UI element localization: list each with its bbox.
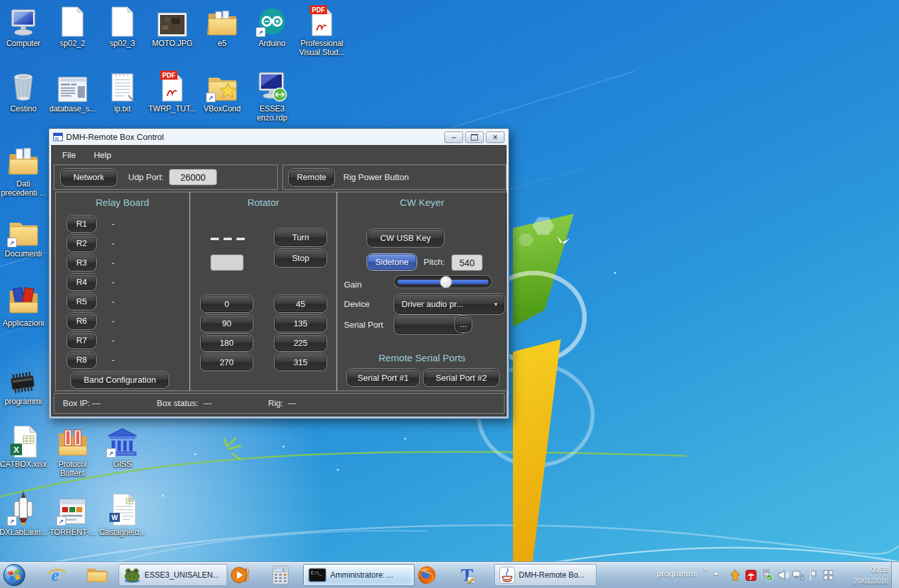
- desktop-icon-computer[interactable]: Computer: [0, 3, 48, 48]
- relay-button-r7[interactable]: R7: [67, 332, 96, 348]
- preset-135-button[interactable]: 135: [275, 315, 326, 332]
- svg-text:e: e: [51, 565, 59, 585]
- desktop-icon-cestino[interactable]: Cestino: [0, 69, 48, 113]
- relay-button-r6[interactable]: R6: [67, 313, 96, 329]
- firefox-taskbar-item[interactable]: [416, 565, 438, 585]
- desktop-icon-vboxcond[interactable]: ↗ VBoxCond: [198, 69, 247, 113]
- explorer-taskbar-item[interactable]: [86, 565, 108, 585]
- gain-slider-thumb[interactable]: [440, 276, 452, 288]
- shortcut-arrow-icon: ↗: [256, 27, 266, 37]
- menu-help[interactable]: Help: [86, 148, 119, 163]
- desktop-icon-label: Documenti: [0, 249, 48, 258]
- taskbar-task-dmh-remote[interactable]: DMH-Remote Bo...: [494, 564, 597, 586]
- preset-180-button[interactable]: 180: [201, 334, 253, 351]
- desktop-icon-professional-visual-stud[interactable]: PDF Professional Visual Stud...: [297, 3, 347, 57]
- minimize-button[interactable]: –: [444, 131, 463, 143]
- internet-explorer-taskbar-item[interactable]: e: [45, 565, 67, 585]
- tray-network-icon[interactable]: [792, 569, 804, 581]
- textpad-taskbar-item[interactable]: T: [456, 565, 478, 585]
- rotator-heading-input[interactable]: [211, 254, 244, 271]
- maximize-button[interactable]: [465, 131, 484, 143]
- close-button[interactable]: ×: [486, 131, 505, 143]
- svg-text:PDF: PDF: [312, 6, 325, 14]
- serial-port-browse-button[interactable]: ...: [455, 316, 472, 332]
- desktop-icon-applicazioni[interactable]: Applicazioni: [0, 283, 48, 328]
- relay-button-r3[interactable]: R3: [67, 254, 96, 271]
- desktop-icon-label: programmi: [0, 397, 48, 406]
- firefox-icon: [417, 565, 437, 585]
- device-dropdown[interactable]: Driver audio pr... ▾: [394, 294, 505, 314]
- desktop-icon-label: CATBOX.xlsx: [0, 460, 48, 469]
- taskbar-clock[interactable]: 09:38 20/01/2016: [853, 565, 889, 586]
- preset-0-button[interactable]: 0: [201, 295, 253, 312]
- turn-button[interactable]: Turn: [275, 229, 326, 246]
- rotator-title: Rotator: [190, 197, 336, 208]
- serial-port-2-button[interactable]: Serial Port #2: [424, 369, 499, 386]
- desktop-icon-sp02_3[interactable]: sp02_3: [98, 3, 147, 48]
- relay-button-r8[interactable]: R8: [67, 352, 96, 368]
- taskbar-task-esse3[interactable]: ESSE3_UNISALEN...: [119, 564, 227, 586]
- desktop-icon-dxlablaun[interactable]: ↗ DXLabLaun...: [0, 492, 48, 537]
- butterfly-icon: [554, 234, 571, 249]
- desktop-icon-programmi[interactable]: programmi: [0, 361, 48, 406]
- remote-button[interactable]: Remote: [289, 169, 334, 186]
- folder-files-icon: [8, 148, 39, 177]
- tray-upload-icon[interactable]: [729, 569, 741, 581]
- desktop-icon-protocol-buffers[interactable]: Protocol Buffers: [48, 424, 97, 478]
- relay-board-group: Relay Board R1- R2- R3- R4- R5- R6- R7- …: [55, 192, 190, 391]
- relay-button-r5[interactable]: R5: [67, 293, 96, 310]
- relay-state: -: [111, 297, 115, 307]
- serial-port-1-button[interactable]: Serial Port #1: [347, 369, 419, 386]
- preset-90-button[interactable]: 90: [201, 315, 253, 332]
- desktop-icon-label: ip.txt: [98, 104, 147, 113]
- calculator-taskbar-item[interactable]: 0: [269, 565, 291, 585]
- chevron-down-icon: ▾: [494, 300, 497, 308]
- taskbar-toolbar-programmi[interactable]: programmi: [657, 569, 697, 578]
- network-button[interactable]: Network: [61, 169, 117, 186]
- desktop-icon-documenti[interactable]: ↗ Documenti: [0, 214, 48, 258]
- menu-file[interactable]: File: [54, 148, 84, 163]
- tray-windows-update-icon[interactable]: [823, 569, 834, 581]
- preset-315-button[interactable]: 315: [275, 354, 326, 370]
- desktop-icon-torrent[interactable]: ↗ TORRENT-...: [48, 492, 97, 537]
- desktop-icon-e5[interactable]: e5: [198, 3, 247, 48]
- pitch-field[interactable]: 540: [451, 254, 483, 271]
- show-hidden-icons-button[interactable]: ▴: [714, 569, 718, 576]
- preset-270-button[interactable]: 270: [201, 354, 253, 370]
- taskbar-task-amministratore[interactable]: C:\_ Amministratore: ...: [303, 564, 415, 586]
- desktop-icon-giss[interactable]: ↗ GISS: [98, 424, 147, 469]
- serial-port-dropdown[interactable]: ▾: [394, 315, 465, 334]
- desktop-icon-esse3-rdp[interactable]: ESSE3 enzo.rdp: [247, 69, 297, 122]
- desktop-icon-dati-precedenti[interactable]: Dati precedenti ...: [0, 144, 48, 198]
- udp-port-field[interactable]: 26000: [169, 169, 217, 185]
- relay-button-r2[interactable]: R2: [67, 235, 96, 251]
- tray-usb-icon[interactable]: [761, 569, 773, 581]
- sidetone-button[interactable]: Sidetone: [367, 254, 416, 270]
- desktop-icon-ip-txt[interactable]: ip.txt: [98, 69, 147, 113]
- desktop-icon-database-s[interactable]: database_s...: [48, 69, 97, 113]
- tray-avira-icon[interactable]: [745, 569, 757, 581]
- desktop-icon-arduino[interactable]: ↗ Arduino: [247, 3, 297, 48]
- sparkle: [162, 495, 164, 497]
- desktop-icon-twrp-tut[interactable]: PDF TWRP_TUT...: [148, 69, 197, 113]
- relay-button-r1[interactable]: R1: [67, 216, 96, 232]
- preset-45-button[interactable]: 45: [275, 295, 326, 312]
- desktop-icon-catbox-xlsx[interactable]: X CATBOX.xlsx: [0, 424, 48, 469]
- relay-button-r4[interactable]: R4: [67, 274, 96, 290]
- desktop-icon-castagne-doc[interactable]: W Castagne.d...: [98, 492, 147, 537]
- band-configuration-button[interactable]: Band Configuration: [71, 372, 168, 388]
- desktop-icon-moto-jpg[interactable]: MOTO.JPG: [148, 3, 197, 48]
- show-desktop-button[interactable]: [891, 562, 899, 588]
- gain-slider[interactable]: [394, 276, 492, 288]
- preset-225-button[interactable]: 225: [275, 334, 326, 351]
- stop-button[interactable]: Stop: [275, 249, 326, 267]
- desktop-icon-sp02_2[interactable]: sp02_2: [48, 3, 97, 48]
- desktop-icon-label: Professional Visual Stud...: [297, 39, 347, 57]
- window-titlebar[interactable]: DMH-Remote Box Control – ×: [51, 129, 506, 145]
- start-button[interactable]: [3, 563, 26, 587]
- toolbar-chevron-icon[interactable]: »: [703, 564, 708, 573]
- media-player-taskbar-item[interactable]: [229, 565, 251, 585]
- cw-usb-key-button[interactable]: CW USB Key: [367, 229, 444, 247]
- tray-volume-icon[interactable]: [777, 569, 789, 581]
- tray-action-center-flag-icon[interactable]: [808, 569, 819, 581]
